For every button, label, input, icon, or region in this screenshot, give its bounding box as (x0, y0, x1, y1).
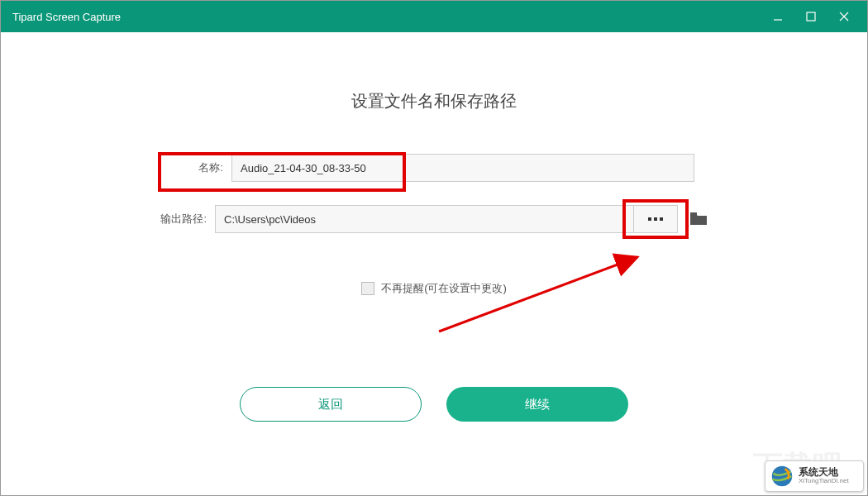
output-path-row: 输出路径: (157, 205, 711, 233)
remind-row: 不再提醒(可在设置中更改) (361, 281, 507, 296)
minimize-button[interactable] (761, 1, 794, 32)
window-title: Tipard Screen Capture (12, 11, 761, 23)
continue-button[interactable]: 继续 (446, 387, 628, 422)
folder-icon (689, 212, 708, 227)
name-row: 名称: (174, 154, 694, 182)
dialog-content: 设置文件名和保存路径 名称: 输出路径: 不再提醒(可在设置中更改) 返回 (1, 32, 867, 422)
svg-rect-4 (690, 212, 697, 215)
titlebar: Tipard Screen Capture (1, 1, 867, 32)
globe-icon (770, 465, 794, 488)
browse-button[interactable] (633, 205, 678, 233)
svg-rect-1 (807, 12, 815, 21)
watermark-text: 系统天地 XiTongTianDi.net (799, 467, 849, 485)
dialog-heading: 设置文件名和保存路径 (351, 90, 517, 112)
remind-checkbox[interactable] (361, 282, 374, 295)
open-folder-button[interactable] (686, 207, 711, 231)
watermark-badge: 系统天地 XiTongTianDi.net (765, 460, 864, 492)
ellipsis-icon (648, 217, 663, 221)
close-icon (838, 11, 850, 22)
name-input[interactable] (231, 154, 694, 182)
action-buttons: 返回 继续 (240, 387, 628, 422)
watermark-en: XiTongTianDi.net (799, 478, 849, 485)
output-path-label: 输出路径: (157, 212, 207, 227)
output-path-input[interactable] (215, 205, 633, 233)
remind-label: 不再提醒(可在设置中更改) (381, 281, 507, 296)
name-label: 名称: (174, 160, 223, 175)
back-button[interactable]: 返回 (240, 387, 422, 422)
maximize-button[interactable] (794, 1, 827, 32)
window-controls (761, 1, 861, 32)
maximize-icon (805, 11, 817, 22)
minimize-icon (772, 11, 784, 22)
app-window: Tipard Screen Capture 设置文件名和保存路径 名称: 输出路… (0, 0, 868, 496)
close-button[interactable] (827, 1, 861, 32)
